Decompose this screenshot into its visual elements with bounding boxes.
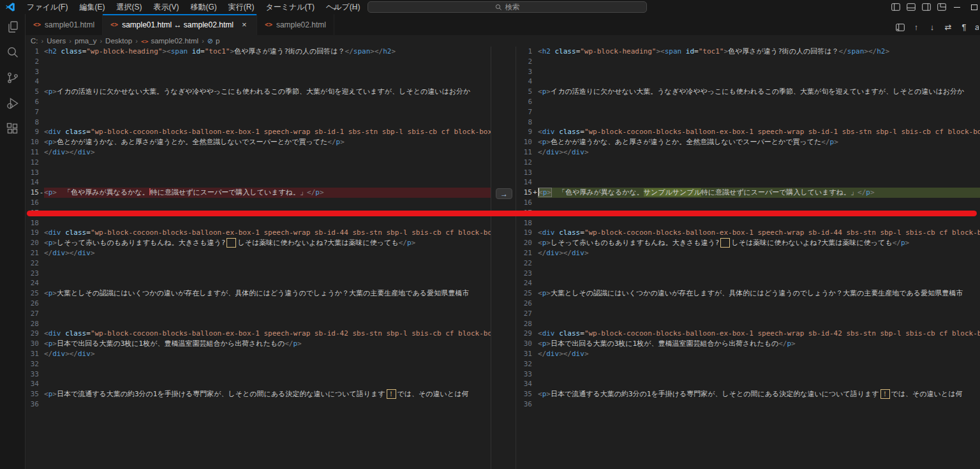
right-code-line-11[interactable]: 11</div></div> bbox=[516, 147, 980, 158]
right-code-line-36[interactable]: 36 bbox=[516, 399, 980, 410]
left-code-line-2[interactable]: 2 bbox=[26, 57, 491, 67]
customize-layout-icon[interactable] bbox=[934, 0, 949, 14]
left-code-line-21[interactable]: 21</div></div> bbox=[26, 248, 491, 258]
menu-item-6[interactable]: ターミナル(T) bbox=[260, 0, 320, 14]
right-code-line-27[interactable]: 27 bbox=[516, 309, 980, 319]
left-code-line-29[interactable]: 29<div class="wp-block-cocoon-blocks-bal… bbox=[26, 329, 491, 339]
menu-item-3[interactable]: 表示(V) bbox=[147, 0, 184, 14]
left-code-line-35[interactable]: 35<p>日本で流通する大葉の約3分の1を手掛ける専門家が、しそとの間にある決定… bbox=[26, 389, 491, 399]
left-code-line-8[interactable]: 8 bbox=[26, 117, 491, 128]
right-code-line-10[interactable]: 10<p>色とかが違うかな、あと厚さが違うとか。全然意識しないでスーパーとかで買… bbox=[516, 137, 980, 147]
toggle-secondary-sidebar-icon[interactable] bbox=[919, 0, 934, 14]
right-code-line-20[interactable]: 20<p>しそって赤いものもありますもんね。大きさも違う? しそは薬味に使わない… bbox=[516, 238, 980, 248]
left-code-line-1[interactable]: 1<h2 class="wp-block-heading"><span id="… bbox=[26, 47, 491, 57]
breadcrumb-item-pmay[interactable]: pma_y bbox=[75, 37, 97, 45]
explorer-icon[interactable] bbox=[0, 14, 26, 40]
right-code-line-22[interactable]: 22 bbox=[516, 258, 980, 269]
left-code-line-11[interactable]: 11</div></div> bbox=[26, 147, 491, 158]
right-code-line-32[interactable]: 32 bbox=[516, 359, 980, 369]
minimize-button[interactable] bbox=[949, 0, 965, 14]
right-code-line-9[interactable]: 9<div class="wp-block-cocoon-blocks-ball… bbox=[516, 127, 980, 137]
menu-item-5[interactable]: 実行(R) bbox=[223, 0, 260, 14]
left-code-line-18[interactable]: 18 bbox=[26, 218, 491, 228]
left-code-line-10[interactable]: 10<p>色とかが違うかな、あと厚さが違うとか。全然意識しないでスーパーとかで買… bbox=[26, 137, 491, 147]
right-code-line-25[interactable]: 25<p>大葉としその認識にはいくつかの違いが存在しますが、具体的にはどう違うの… bbox=[516, 288, 980, 299]
whitespace-icon[interactable]: ¶ bbox=[959, 22, 969, 33]
right-code-line-34[interactable]: 34 bbox=[516, 379, 980, 389]
open-file-icon[interactable] bbox=[895, 24, 905, 31]
left-code-line-23[interactable]: 23 bbox=[26, 269, 491, 279]
nav-back-icon[interactable]: ← bbox=[329, 3, 342, 12]
tab-compare[interactable]: <>sample01.html ↔ sample02.html× bbox=[103, 14, 257, 35]
right-code-line-3[interactable]: 3 bbox=[516, 67, 980, 77]
right-code-line-2[interactable]: 2 bbox=[516, 57, 980, 67]
right-code-line-8[interactable]: 8 bbox=[516, 117, 980, 128]
extensions-icon[interactable] bbox=[0, 116, 26, 142]
left-code-line-28[interactable]: 28 bbox=[26, 319, 491, 329]
breadcrumb-item-Users[interactable]: Users bbox=[47, 37, 66, 45]
breadcrumb-item-Desktop[interactable]: Desktop bbox=[105, 37, 132, 45]
right-code-line-23[interactable]: 23 bbox=[516, 269, 980, 279]
right-code-line-30[interactable]: 30<p>日本で出回る大葉の3枚に1枚が、豊橋温室園芸組合から出荷されたもの</… bbox=[516, 339, 980, 349]
left-code-line-9[interactable]: 9<div class="wp-block-cocoon-blocks-ball… bbox=[26, 127, 491, 137]
left-code-line-32[interactable]: 32 bbox=[26, 359, 491, 369]
left-code-line-7[interactable]: 7 bbox=[26, 107, 491, 117]
tab-sample01[interactable]: <>sample01.html bbox=[26, 14, 103, 35]
tab-sample02[interactable]: <>sample02.html bbox=[257, 14, 334, 35]
left-code-line-26[interactable]: 26 bbox=[26, 299, 491, 309]
previous-change-icon[interactable]: ↑ bbox=[911, 22, 921, 33]
right-code-line-4[interactable]: 4 bbox=[516, 77, 980, 87]
right-code-line-29[interactable]: 29<div class="wp-block-cocoon-blocks-bal… bbox=[516, 329, 980, 339]
right-code-line-16[interactable]: 16 bbox=[516, 198, 980, 208]
right-code-line-21[interactable]: 21</div></div> bbox=[516, 248, 980, 258]
breadcrumb-item-C[interactable]: C: bbox=[31, 37, 38, 45]
apply-change-arrow-button[interactable]: → bbox=[496, 188, 512, 199]
diff-left-pane[interactable]: 1<h2 class="wp-block-heading"><span id="… bbox=[26, 47, 491, 469]
left-code-line-22[interactable]: 22 bbox=[26, 258, 491, 269]
search-sidebar-icon[interactable] bbox=[0, 40, 26, 65]
menu-item-2[interactable]: 選択(S) bbox=[110, 0, 147, 14]
left-code-line-14[interactable]: 14 bbox=[26, 177, 491, 188]
left-code-line-33[interactable]: 33 bbox=[26, 369, 491, 380]
source-control-icon[interactable] bbox=[0, 65, 26, 91]
swap-sides-icon[interactable]: ⇄ bbox=[943, 22, 953, 33]
clipped-edge-icon[interactable]: ab bbox=[975, 22, 979, 33]
next-change-icon[interactable]: ↓ bbox=[927, 22, 937, 33]
menu-item-0[interactable]: ファイル(F) bbox=[21, 0, 73, 14]
right-code-line-28[interactable]: 28 bbox=[516, 319, 980, 329]
left-code-line-20[interactable]: 20<p>しそって赤いものもありますもんね。大きさも違う? しそは薬味に使わない… bbox=[26, 238, 491, 248]
left-code-line-19[interactable]: 19<div class="wp-block-cocoon-blocks-bal… bbox=[26, 228, 491, 238]
right-code-line-35[interactable]: 35<p>日本で流通する大葉の約3分の1を手掛ける専門家が、しそとの間にある決定… bbox=[516, 389, 980, 399]
left-code-line-31[interactable]: 31</div></div> bbox=[26, 349, 491, 359]
right-code-line-19[interactable]: 19<div class="wp-block-cocoon-blocks-bal… bbox=[516, 228, 980, 238]
diff-right-pane[interactable]: 1<h2 class="wp-block-heading"><span id="… bbox=[516, 47, 980, 469]
right-code-line-15[interactable]: 15+<p> 「色や厚みが異なるかな。サンプルサンプル特に意識せずにスーパーで購… bbox=[516, 188, 980, 198]
left-code-line-34[interactable]: 34 bbox=[26, 379, 491, 389]
left-code-line-30[interactable]: 30<p>日本で出回る大葉の3枚に1枚が、豊橋温室園芸組合から出荷されたもの</… bbox=[26, 339, 491, 349]
left-code-line-24[interactable]: 24 bbox=[26, 278, 491, 288]
left-code-line-12[interactable]: 12 bbox=[26, 158, 491, 168]
left-code-line-15[interactable]: 15-<p> 「色や厚みが異なるかな。特に意識せずにスーパーで購入していますね。… bbox=[26, 188, 491, 198]
right-code-line-33[interactable]: 33 bbox=[516, 369, 980, 380]
nav-forward-icon[interactable]: → bbox=[347, 3, 360, 12]
left-code-line-6[interactable]: 6 bbox=[26, 97, 491, 107]
toggle-panel-icon[interactable] bbox=[903, 0, 919, 14]
left-code-line-3[interactable]: 3 bbox=[26, 67, 491, 77]
left-code-line-36[interactable]: 36 bbox=[26, 399, 491, 410]
maximize-button[interactable] bbox=[965, 0, 980, 14]
right-code-line-31[interactable]: 31</div></div> bbox=[516, 349, 980, 359]
left-code-line-16[interactable]: 16 bbox=[26, 198, 491, 208]
right-code-line-26[interactable]: 26 bbox=[516, 299, 980, 309]
right-code-line-13[interactable]: 13 bbox=[516, 168, 980, 178]
right-code-line-24[interactable]: 24 bbox=[516, 278, 980, 288]
right-code-line-5[interactable]: 5<p>イカの活造りに欠かせない大葉。うなぎや冷ややっこにも使われるこの季節、大… bbox=[516, 87, 980, 97]
right-code-line-14[interactable]: 14 bbox=[516, 177, 980, 188]
run-debug-icon[interactable] bbox=[0, 91, 26, 116]
right-code-line-12[interactable]: 12 bbox=[516, 158, 980, 168]
breadcrumb-item-p[interactable]: ⊘p bbox=[207, 37, 220, 45]
close-icon[interactable]: × bbox=[240, 20, 249, 29]
right-code-line-7[interactable]: 7 bbox=[516, 107, 980, 117]
right-code-line-18[interactable]: 18 bbox=[516, 218, 980, 228]
left-code-line-13[interactable]: 13 bbox=[26, 168, 491, 178]
left-code-line-4[interactable]: 4 bbox=[26, 77, 491, 87]
